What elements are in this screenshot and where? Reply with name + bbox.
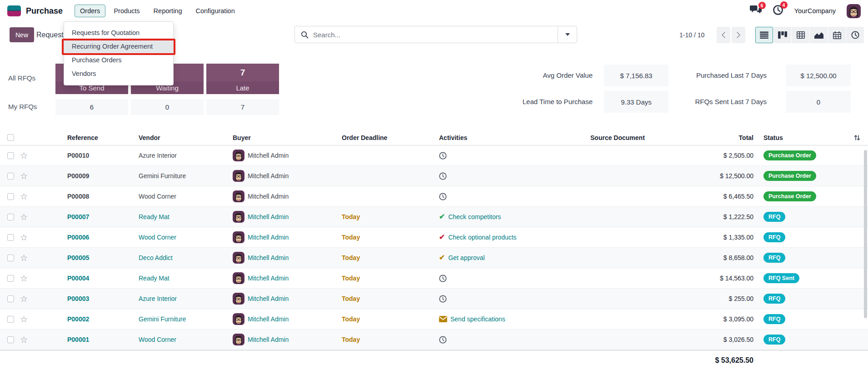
table-row[interactable]: ☆ P00002 Gemini Furniture Mitchell Admin… xyxy=(0,309,868,330)
my-waiting-count[interactable]: 0 xyxy=(131,99,204,115)
calendar-view-button[interactable] xyxy=(828,27,846,43)
row-checkbox[interactable] xyxy=(7,336,14,343)
menu-reporting[interactable]: Reporting xyxy=(148,5,188,17)
pager-next-button[interactable] xyxy=(732,27,745,43)
vendor-name[interactable]: Ready Mat xyxy=(139,275,170,282)
favorite-star-icon[interactable]: ☆ xyxy=(20,274,28,283)
pager-previous-button[interactable] xyxy=(717,27,730,43)
vendor-name[interactable]: Azure Interior xyxy=(139,295,177,302)
clock-icon[interactable] xyxy=(439,193,447,200)
favorite-star-icon[interactable]: ☆ xyxy=(20,172,28,180)
favorite-star-icon[interactable]: ☆ xyxy=(20,233,28,242)
activity-view-button[interactable] xyxy=(846,27,864,43)
clock-icon[interactable] xyxy=(439,295,447,303)
activity-label[interactable]: Check competitors xyxy=(448,213,501,220)
favorite-star-icon[interactable]: ☆ xyxy=(20,335,28,344)
vendor-name[interactable]: Deco Addict xyxy=(139,254,173,261)
header-reference[interactable]: Reference xyxy=(36,134,139,141)
my-late-count[interactable]: 7 xyxy=(206,99,279,115)
menu-orders[interactable]: Orders xyxy=(75,5,105,17)
row-checkbox[interactable] xyxy=(7,193,14,200)
clock-icon[interactable] xyxy=(439,152,447,160)
user-avatar[interactable] xyxy=(847,4,861,18)
vendor-name[interactable]: Gemini Furniture xyxy=(139,315,186,323)
reference-link[interactable]: P00007 xyxy=(67,213,89,220)
table-row[interactable]: ☆ P00006 Wood Corner Mitchell Admin Toda… xyxy=(0,227,868,248)
activity-label[interactable]: Get approval xyxy=(448,254,484,261)
row-checkbox[interactable] xyxy=(7,214,14,220)
activities-button[interactable]: 4 xyxy=(773,5,783,17)
reference-link[interactable]: P00004 xyxy=(67,275,89,282)
activity-label[interactable]: Send specifications xyxy=(450,315,505,323)
search-filter-toggle[interactable] xyxy=(558,26,577,43)
table-row[interactable]: ☆ P00001 Wood Corner Mitchell Admin Toda… xyxy=(0,330,868,350)
scrollbar[interactable] xyxy=(864,150,867,318)
table-row[interactable]: ☆ P00008 Wood Corner Mitchell Admin $ 6,… xyxy=(0,186,868,207)
new-button[interactable]: New xyxy=(10,27,34,42)
row-checkbox[interactable] xyxy=(7,255,14,261)
search-input[interactable] xyxy=(313,31,558,39)
reference-link[interactable]: P00002 xyxy=(67,315,89,323)
graph-view-button[interactable] xyxy=(810,27,828,43)
pivot-view-button[interactable] xyxy=(792,27,809,43)
table-row[interactable]: ☆ P00010 Azure Interior Mitchell Admin $… xyxy=(0,145,868,166)
vendor-name[interactable]: Ready Mat xyxy=(139,213,170,220)
favorite-star-icon[interactable]: ☆ xyxy=(20,315,28,324)
clock-icon[interactable] xyxy=(439,336,447,344)
vendor-name[interactable]: Wood Corner xyxy=(139,234,176,241)
reference-link[interactable]: P00010 xyxy=(67,152,89,159)
row-checkbox[interactable] xyxy=(7,234,14,241)
header-total[interactable]: Total xyxy=(682,134,755,141)
favorite-star-icon[interactable]: ☆ xyxy=(20,213,28,221)
row-checkbox[interactable] xyxy=(7,173,14,180)
header-status[interactable]: Status xyxy=(755,134,846,141)
table-row[interactable]: ☆ P00004 Ready Mat Mitchell Admin Today … xyxy=(0,268,868,289)
dropdown-item-requests-for-quotation[interactable]: Requests for Quotation xyxy=(64,26,173,40)
table-row[interactable]: ☆ P00005 Deco Addict Mitchell Admin Toda… xyxy=(0,248,868,268)
dropdown-item-purchase-orders[interactable]: Purchase Orders xyxy=(64,53,173,67)
header-order-deadline[interactable]: Order Deadline xyxy=(342,134,439,141)
row-checkbox[interactable] xyxy=(7,295,14,302)
my-to-send-count[interactable]: 6 xyxy=(55,99,128,115)
header-source-document[interactable]: Source Document xyxy=(575,134,682,141)
messages-button[interactable]: 6 xyxy=(750,5,762,17)
vendor-name[interactable]: Wood Corner xyxy=(139,336,176,343)
row-checkbox[interactable] xyxy=(7,316,14,323)
company-name[interactable]: YourCompany xyxy=(794,7,836,15)
favorite-star-icon[interactable]: ☆ xyxy=(20,151,28,160)
table-row[interactable]: ☆ P00003 Azure Interior Mitchell Admin T… xyxy=(0,289,868,309)
select-all-checkbox[interactable] xyxy=(7,134,14,141)
vendor-name[interactable]: Wood Corner xyxy=(139,193,176,200)
vendor-name[interactable]: Gemini Furniture xyxy=(139,172,186,180)
purchase-app-icon[interactable] xyxy=(7,5,21,16)
reference-link[interactable]: P00006 xyxy=(67,234,89,241)
search-bar[interactable] xyxy=(294,26,577,43)
clock-icon[interactable] xyxy=(439,275,447,282)
row-checkbox[interactable] xyxy=(7,275,14,282)
envelope-icon[interactable] xyxy=(439,316,447,322)
menu-products[interactable]: Products xyxy=(108,5,145,17)
vendor-name[interactable]: Azure Interior xyxy=(139,152,177,159)
header-buyer[interactable]: Buyer xyxy=(233,134,342,141)
reference-link[interactable]: P00003 xyxy=(67,295,89,302)
kanban-view-button[interactable] xyxy=(773,27,791,43)
row-checkbox[interactable] xyxy=(7,152,14,159)
card-late[interactable]: 7 Late xyxy=(206,64,279,94)
activity-label[interactable]: Check optional products xyxy=(448,234,516,241)
check-green-icon[interactable]: ✔ xyxy=(439,213,445,220)
check-yellow-icon[interactable]: ✔ xyxy=(439,254,445,261)
header-activities[interactable]: Activities xyxy=(439,134,575,141)
reference-link[interactable]: P00008 xyxy=(67,193,89,200)
optional-columns-icon[interactable] xyxy=(853,134,861,141)
clock-icon[interactable] xyxy=(439,172,447,180)
reference-link[interactable]: P00009 xyxy=(67,172,89,180)
table-row[interactable]: ☆ P00007 Ready Mat Mitchell Admin Today … xyxy=(0,207,868,227)
dropdown-item-recurring-order-agreement[interactable]: Recurring Order Agreement xyxy=(64,40,173,53)
dropdown-item-vendors[interactable]: Vendors xyxy=(64,67,173,80)
menu-configuration[interactable]: Configuration xyxy=(190,5,240,17)
header-vendor[interactable]: Vendor xyxy=(139,134,233,141)
favorite-star-icon[interactable]: ☆ xyxy=(20,192,28,201)
reference-link[interactable]: P00001 xyxy=(67,336,89,343)
favorite-star-icon[interactable]: ☆ xyxy=(20,254,28,262)
favorite-star-icon[interactable]: ☆ xyxy=(20,295,28,303)
